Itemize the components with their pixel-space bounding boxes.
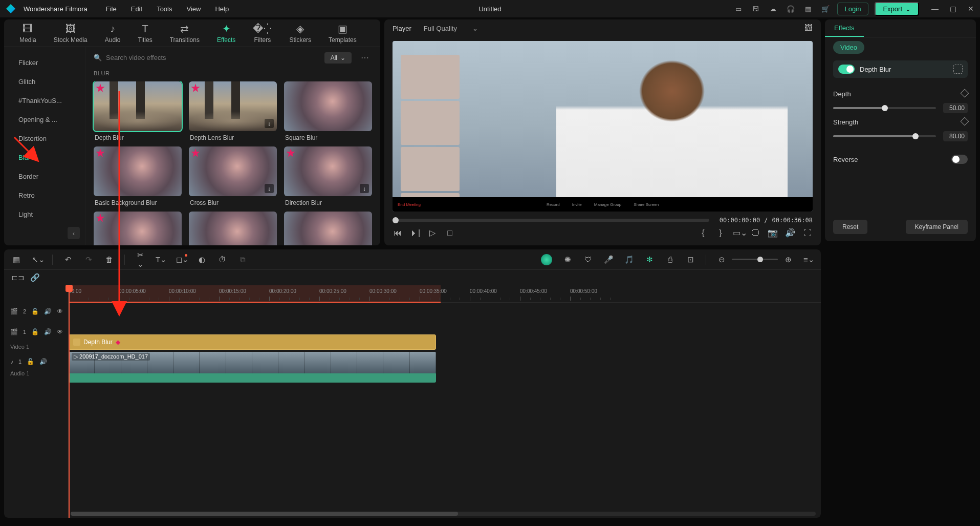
category-opening[interactable]: Opening & ...: [4, 110, 85, 129]
download-icon[interactable]: ↓: [360, 184, 369, 193]
effect-thumbnail[interactable]: [94, 81, 182, 131]
props-tab-effects[interactable]: Effects: [825, 19, 864, 37]
maximize-button[interactable]: ▢: [950, 5, 956, 13]
menu-file[interactable]: File: [106, 5, 117, 13]
tab-titles[interactable]: TTitles: [138, 23, 152, 44]
cloud-icon[interactable]: ☁: [768, 3, 779, 14]
category-glitch[interactable]: Glitch: [4, 72, 85, 91]
save-icon[interactable]: 🖫: [750, 3, 761, 14]
param-value[interactable]: 50.00: [943, 103, 968, 113]
video-clip[interactable]: ▷ 200917_doczoom_HD_017: [69, 352, 436, 373]
stop-icon[interactable]: □: [445, 228, 455, 238]
fullscreen-icon[interactable]: ⛶: [802, 228, 813, 238]
delete-icon[interactable]: 🗑: [104, 255, 114, 264]
effect-thumbnail[interactable]: ↓: [284, 146, 372, 196]
category-thankyou[interactable]: #ThankYouS...: [4, 91, 85, 110]
keyframe-panel-button[interactable]: Keyframe Panel: [906, 220, 968, 234]
mute-icon[interactable]: 🔊: [44, 328, 52, 335]
minimize-button[interactable]: —: [931, 5, 939, 13]
lock-icon[interactable]: 🔓: [31, 308, 39, 315]
category-light[interactable]: Light: [4, 205, 85, 224]
slider[interactable]: [833, 107, 936, 109]
speed-icon[interactable]: ⏱: [217, 255, 227, 264]
mic-icon[interactable]: 🎤: [603, 255, 614, 264]
category-distortion[interactable]: Distortion: [4, 129, 85, 148]
keyframe-diamond-icon[interactable]: [961, 117, 969, 126]
group-icon[interactable]: ⧉: [237, 255, 248, 264]
tab-media[interactable]: 🎞Media: [19, 23, 36, 44]
playhead[interactable]: [69, 285, 70, 518]
collapse-sidebar-button[interactable]: ‹: [68, 227, 80, 239]
effect-thumbnail[interactable]: [94, 212, 182, 245]
menu-edit[interactable]: Edit: [131, 5, 142, 13]
zoom-out-icon[interactable]: ⊖: [716, 255, 727, 264]
timeline-ruler[interactable]: 00:0000:00:05:0000:00:10:0000:00:15:0000…: [69, 285, 821, 303]
volume-icon[interactable]: 🔊: [785, 228, 795, 238]
track-header-video[interactable]: 🎬1 🔓 🔊 👁: [4, 320, 68, 344]
menu-tools[interactable]: Tools: [157, 5, 172, 13]
layout-icon[interactable]: ▦: [11, 255, 21, 264]
cart-icon[interactable]: 🛒: [820, 3, 831, 14]
eye-icon[interactable]: 👁: [57, 328, 63, 335]
mark-out-icon[interactable]: }: [715, 228, 726, 238]
quality-dropdown[interactable]: Full Quality⌄: [424, 25, 478, 32]
color-icon[interactable]: ✺: [562, 255, 573, 264]
keyframe-diamond-icon[interactable]: [961, 89, 969, 98]
headset-icon[interactable]: 🎧: [785, 3, 796, 14]
device-icon[interactable]: ▭: [733, 3, 744, 14]
apps-icon[interactable]: ▦: [802, 3, 814, 14]
download-icon[interactable]: ↓: [265, 119, 274, 128]
effect-clip[interactable]: Depth Blur ◆: [69, 334, 436, 350]
magnet-icon[interactable]: ⊏⊐: [11, 273, 21, 282]
close-button[interactable]: ✕: [968, 5, 974, 13]
play-icon[interactable]: ▷: [427, 228, 438, 238]
prev-frame-icon[interactable]: ⏮: [393, 228, 403, 238]
tab-effects[interactable]: ✦Effects: [217, 23, 235, 44]
cursor-icon[interactable]: ↖⌄: [32, 255, 42, 264]
slider[interactable]: [833, 135, 936, 137]
audio-waveform[interactable]: [69, 373, 436, 383]
redo-icon[interactable]: ↷: [83, 255, 94, 264]
tab-templates[interactable]: ▣Templates: [329, 23, 357, 44]
effect-thumbnail[interactable]: [284, 81, 372, 131]
effect-thumbnail[interactable]: [189, 212, 277, 245]
undo-icon[interactable]: ↶: [63, 255, 73, 264]
category-flicker[interactable]: Flicker: [4, 53, 85, 72]
mute-icon[interactable]: 🔊: [39, 358, 47, 365]
horizontal-scrollbar[interactable]: [71, 512, 816, 516]
tab-stickers[interactable]: ◈Stickers: [289, 23, 311, 44]
mute-icon[interactable]: 🔊: [44, 308, 52, 315]
video-track-lane[interactable]: ▷ 200917_doczoom_HD_017: [69, 351, 821, 384]
filter-dropdown[interactable]: All⌄: [324, 52, 352, 64]
effect-thumbnail[interactable]: [94, 146, 182, 196]
menu-view[interactable]: View: [186, 5, 201, 13]
ai-badge-icon[interactable]: [541, 254, 552, 265]
lock-icon[interactable]: 🔓: [31, 328, 39, 335]
tab-transitions[interactable]: ⇄Transitions: [170, 23, 200, 44]
camera-icon[interactable]: 📷: [768, 228, 778, 238]
mixer-icon[interactable]: ✻: [644, 255, 655, 264]
effect-thumbnail[interactable]: ↓: [189, 146, 277, 196]
effect-thumbnail[interactable]: [284, 212, 372, 245]
effect-thumbnail[interactable]: ↓: [189, 81, 277, 131]
tab-audio[interactable]: ♪Audio: [105, 23, 121, 44]
shield-icon[interactable]: 🛡: [583, 255, 593, 264]
track-header-fx[interactable]: 🎬2 🔓 🔊 👁: [4, 303, 68, 320]
login-button[interactable]: Login: [837, 3, 869, 15]
record-icon[interactable]: ⊡: [685, 255, 695, 264]
export-clip-icon[interactable]: ⎙: [665, 255, 675, 264]
export-button[interactable]: Export⌄: [875, 2, 919, 16]
scrub-bar[interactable]: [393, 219, 709, 222]
category-border[interactable]: Border: [4, 167, 85, 186]
adjust-icon[interactable]: [953, 65, 963, 74]
track-height-icon[interactable]: ≡⌄: [803, 255, 814, 264]
mask-icon[interactable]: ◐: [197, 255, 207, 264]
menu-help[interactable]: Help: [215, 5, 229, 13]
split-icon[interactable]: ✂⌄: [135, 250, 145, 269]
more-menu-icon[interactable]: ⋯: [358, 53, 372, 62]
param-value[interactable]: 80.00: [943, 131, 968, 141]
search-input[interactable]: [106, 54, 318, 61]
mark-in-icon[interactable]: {: [698, 228, 708, 238]
video-pill[interactable]: Video: [833, 41, 864, 54]
effect-toggle[interactable]: [838, 65, 855, 74]
